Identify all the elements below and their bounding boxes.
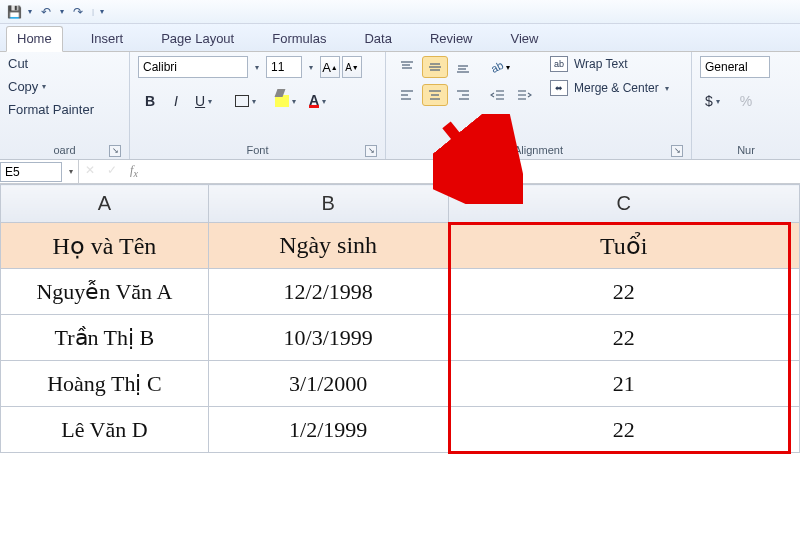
redo-icon[interactable]: ↷ [70, 4, 86, 20]
percent-style-button[interactable]: % [734, 90, 758, 112]
alignment-dialog-launcher[interactable]: ↘ [671, 145, 683, 157]
tab-review[interactable]: Review [420, 27, 483, 51]
column-header-C[interactable]: C [448, 185, 800, 223]
tab-home[interactable]: Home [6, 26, 63, 52]
svg-text:ab: ab [489, 59, 505, 75]
tab-view[interactable]: View [501, 27, 549, 51]
fill-color-button[interactable] [270, 90, 302, 112]
format-painter-button[interactable]: Format Painter [8, 102, 94, 117]
align-right-button[interactable] [450, 84, 476, 106]
formula-bar: ▾ ✕ ✓ fx [0, 160, 800, 184]
copy-button[interactable]: Copy▾ [8, 79, 94, 94]
font-name-dropdown[interactable]: ▾ [250, 63, 264, 72]
cell-A5[interactable]: Lê Văn D [1, 407, 209, 453]
clipboard-group-title: oard ↘ [8, 141, 121, 159]
decrease-indent-button[interactable] [486, 84, 510, 106]
cut-button[interactable]: Cut [8, 56, 94, 71]
cell-A4[interactable]: Hoàng Thị C [1, 361, 209, 407]
cell-C2[interactable]: 22 [448, 269, 800, 315]
align-left-button[interactable] [394, 84, 420, 106]
align-middle-button[interactable] [422, 56, 448, 78]
align-top-button[interactable] [394, 56, 420, 78]
column-header-A[interactable]: A [1, 185, 209, 223]
enter-formula-icon[interactable]: ✓ [101, 163, 123, 179]
undo-dropdown[interactable]: ▾ [60, 7, 64, 16]
font-name-select[interactable]: Calibri [138, 56, 248, 78]
save-icon[interactable]: 💾 [6, 4, 22, 20]
alignment-group-title: Alignment ↘ [394, 141, 683, 159]
wrap-text-icon: ab [550, 56, 568, 72]
cell-B1[interactable]: Ngày sinh [208, 223, 448, 269]
tab-data[interactable]: Data [354, 27, 401, 51]
name-box[interactable] [0, 162, 62, 182]
ribbon: Cut Copy▾ Format Painter oard ↘ Calibri▾… [0, 52, 800, 160]
cell-A2[interactable]: Nguyễn Văn A [1, 269, 209, 315]
increase-font-size-button[interactable]: A▲ [320, 56, 340, 78]
bold-button[interactable]: B [138, 90, 162, 112]
font-color-button[interactable]: A [304, 90, 336, 112]
number-group-title: Nur [700, 141, 792, 159]
cell-B4[interactable]: 3/1/2000 [208, 361, 448, 407]
ribbon-tabs: Home Insert Page Layout Formulas Data Re… [0, 24, 800, 52]
tab-insert[interactable]: Insert [81, 27, 134, 51]
qat-sep: | [92, 7, 94, 16]
increase-indent-button[interactable] [512, 84, 536, 106]
font-group-title: Font ↘ [138, 141, 377, 159]
fx-icon[interactable]: fx [123, 163, 145, 179]
cell-B5[interactable]: 1/2/1999 [208, 407, 448, 453]
number-format-select[interactable]: General [700, 56, 770, 78]
clipboard-dialog-launcher[interactable]: ↘ [109, 145, 121, 157]
column-header-B[interactable]: B [208, 185, 448, 223]
merge-center-icon: ⬌ [550, 80, 568, 96]
tab-formulas[interactable]: Formulas [262, 27, 336, 51]
cancel-formula-icon[interactable]: ✕ [79, 163, 101, 179]
qat-dropdown-1[interactable]: ▾ [28, 7, 32, 16]
cell-A3[interactable]: Trần Thị B [1, 315, 209, 361]
qat-customize-dropdown[interactable]: ▾ [100, 7, 104, 16]
cell-C3[interactable]: 22 [448, 315, 800, 361]
font-size-select[interactable]: 11 [266, 56, 302, 78]
align-center-button[interactable] [422, 84, 448, 106]
cell-B2[interactable]: 12/2/1998 [208, 269, 448, 315]
border-button[interactable] [230, 90, 262, 112]
orientation-button[interactable]: ab▾ [486, 56, 512, 78]
cell-A1[interactable]: Họ và Tên [1, 223, 209, 269]
worksheet[interactable]: A B C Họ và Tên Ngày sinh Tuổi Nguyễn Vă… [0, 184, 800, 453]
undo-icon[interactable]: ↶ [38, 4, 54, 20]
underline-button[interactable]: U [190, 90, 222, 112]
cell-C1[interactable]: Tuổi [448, 223, 800, 269]
formula-input[interactable] [145, 162, 800, 182]
tab-page-layout[interactable]: Page Layout [151, 27, 244, 51]
align-bottom-button[interactable] [450, 56, 476, 78]
cell-C4[interactable]: 21 [448, 361, 800, 407]
font-dialog-launcher[interactable]: ↘ [365, 145, 377, 157]
italic-button[interactable]: I [164, 90, 188, 112]
cell-C5[interactable]: 22 [448, 407, 800, 453]
wrap-text-button[interactable]: ab Wrap Text [550, 56, 669, 72]
merge-center-button[interactable]: ⬌ Merge & Center ▾ [550, 80, 669, 96]
name-box-dropdown[interactable]: ▾ [64, 167, 78, 176]
accounting-format-button[interactable]: $ [700, 90, 732, 112]
decrease-font-size-button[interactable]: A▼ [342, 56, 362, 78]
font-size-dropdown[interactable]: ▾ [304, 63, 318, 72]
cell-B3[interactable]: 10/3/1999 [208, 315, 448, 361]
